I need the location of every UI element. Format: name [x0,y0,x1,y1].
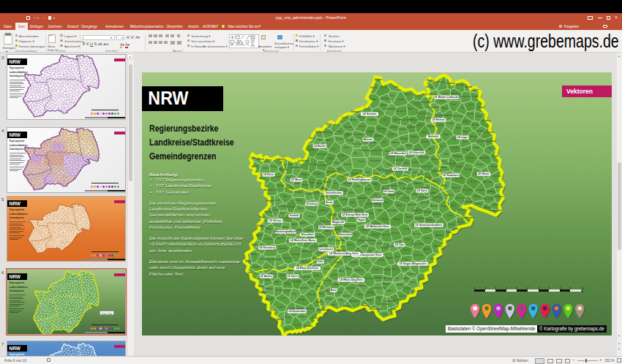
svg-text:Oberhausen: Oberhausen [407,203,418,206]
svg-text:Detmold: Detmold [383,268,391,271]
svg-text:Steinheim: Steinheim [342,305,351,308]
svg-text:Menden: Menden [352,172,359,175]
svg-text:Marsberg: Marsberg [344,182,353,185]
svg-text:Billerbeck: Billerbeck [435,234,444,237]
svg-text:Südlohn: Südlohn [251,243,258,246]
svg-text:Schwalmtal: Schwalmtal [353,133,363,136]
svg-text:Alsdorf: Alsdorf [406,216,412,219]
svg-text:Schwerte: Schwerte [248,271,256,274]
svg-text:Herten: Herten [359,115,364,118]
svg-text:Everswinkel: Everswinkel [483,197,493,200]
svg-text:Heiligenhaus: Heiligenhaus [389,184,400,187]
svg-text:Siegburg: Siegburg [316,235,324,238]
svg-text:Büren: Büren [390,94,395,97]
svg-text:Hallenberg: Hallenberg [482,119,491,122]
svg-text:Metelen: Metelen [269,308,277,311]
svg-text:Medebach: Medebach [265,287,274,290]
svg-text:Mettmann: Mettmann [304,325,312,327]
svg-text:Rheurdt: Rheurdt [471,124,479,126]
svg-text:Werne: Werne [405,177,411,180]
svg-text:Petershagen: Petershagen [419,156,430,159]
svg-text:Unna: Unna [288,163,293,166]
svg-text:Linnich: Linnich [342,116,348,119]
svg-text:Troisdorf: Troisdorf [490,165,498,168]
svg-text:LK Mettmann: LK Mettmann [319,226,334,229]
svg-text:Medebach: Medebach [386,257,395,259]
svg-text:Ramsdorf: Ramsdorf [264,211,273,213]
svg-text:Neuenkirchen: Neuenkirchen [459,95,471,98]
svg-text:Geilenkirchen: Geilenkirchen [371,149,383,152]
svg-text:Brilon: Brilon [315,274,320,277]
svg-text:Rahden: Rahden [473,146,480,149]
svg-text:Velbert: Velbert [424,227,430,230]
svg-text:Münster: Münster [364,138,374,141]
svg-text:Rahden: Rahden [440,166,447,169]
svg-text:Hagen: Hagen [463,120,469,123]
svg-text:Weilerswist: Weilerswist [376,127,386,130]
svg-text:Duisburg: Duisburg [307,202,317,205]
svg-text:Sendenhorst: Sendenhorst [480,156,491,159]
svg-text:LK Soest: LK Soest [417,189,428,192]
svg-text:Soest: Soest [321,195,326,198]
svg-text:Ibbenbüren: Ibbenbüren [403,187,413,190]
svg-text:Übach: Übach [364,262,370,265]
svg-text:Reichshof: Reichshof [308,163,317,166]
svg-text:Ahaus: Ahaus [405,93,411,96]
svg-text:Wassenberg: Wassenberg [291,280,302,283]
svg-text:Netphen: Netphen [462,148,470,151]
svg-text:Minden: Minden [294,182,301,185]
svg-text:Schmallenberg: Schmallenberg [416,196,429,199]
svg-text:LK Paderborn: LK Paderborn [443,174,459,177]
svg-text:Gemen: Gemen [326,297,332,300]
svg-text:Balve: Balve [329,238,334,241]
svg-text:Hille: Hille [353,152,358,155]
svg-text:Titz: Titz [461,107,465,110]
svg-text:Velen: Velen [356,185,361,188]
svg-text:Velbert: Velbert [402,277,408,280]
svg-text:Werl: Werl [377,297,381,300]
svg-text:Werther: Werther [372,233,378,236]
svg-text:Wermelskirchen: Wermelskirchen [264,189,278,192]
svg-text:Wipperfürth: Wipperfürth [407,273,417,276]
svg-text:Troisdorf: Troisdorf [476,129,484,132]
svg-text:Reken: Reken [285,316,291,319]
svg-text:Roetgen: Roetgen [350,118,357,121]
svg-text:Herne: Herne [291,292,297,295]
svg-text:Kall: Kall [332,148,336,151]
svg-text:Solingen: Solingen [265,267,273,270]
svg-text:Titz: Titz [353,233,357,236]
svg-text:Hürth: Hürth [310,181,315,184]
svg-text:Marl: Marl [395,277,399,280]
svg-text:Minden: Minden [446,231,452,234]
svg-text:Meckenheim: Meckenheim [370,159,381,162]
svg-text:Winterberg: Winterberg [451,92,460,95]
svg-text:Witten: Witten [285,328,291,331]
svg-text:Alfter: Alfter [322,187,326,190]
svg-text:Ruppichteroth: Ruppichteroth [412,243,424,246]
svg-text:LK Steinfurt: LK Steinfurt [363,113,378,115]
svg-text:Lüdinghausen: Lüdinghausen [291,166,303,169]
svg-text:Wesseling: Wesseling [323,279,331,282]
svg-text:Dortmund: Dortmund [372,199,383,202]
svg-text:Gladbeck: Gladbeck [411,135,419,138]
svg-text:Oberhausen: Oberhausen [365,239,376,242]
svg-text:Nottuln: Nottuln [334,162,341,164]
svg-text:Telgte: Telgte [391,308,397,311]
svg-text:Dülmen: Dülmen [318,251,324,254]
svg-text:Monheim: Monheim [266,200,274,202]
svg-text:Meckenheim: Meckenheim [421,165,432,168]
svg-text:Hallenberg: Hallenberg [381,97,391,100]
svg-text:Burbach: Burbach [253,265,261,268]
svg-text:Emmerich: Emmerich [350,261,359,264]
svg-text:Weeze: Weeze [492,203,499,206]
svg-text:Holzwickede: Holzwickede [446,162,457,165]
svg-text:Alfter: Alfter [334,124,338,126]
svg-text:Weseke: Weseke [370,141,377,144]
svg-text:Hückeswagen: Hückeswagen [316,164,329,167]
svg-text:Uedem: Uedem [256,234,262,237]
svg-text:Bönen: Bönen [462,130,468,133]
svg-text:Legden: Legden [316,300,323,303]
svg-text:Herten: Herten [358,293,364,296]
svg-text:Wülfrath: Wülfrath [457,221,464,224]
svg-text:Rüthen: Rüthen [367,299,373,302]
